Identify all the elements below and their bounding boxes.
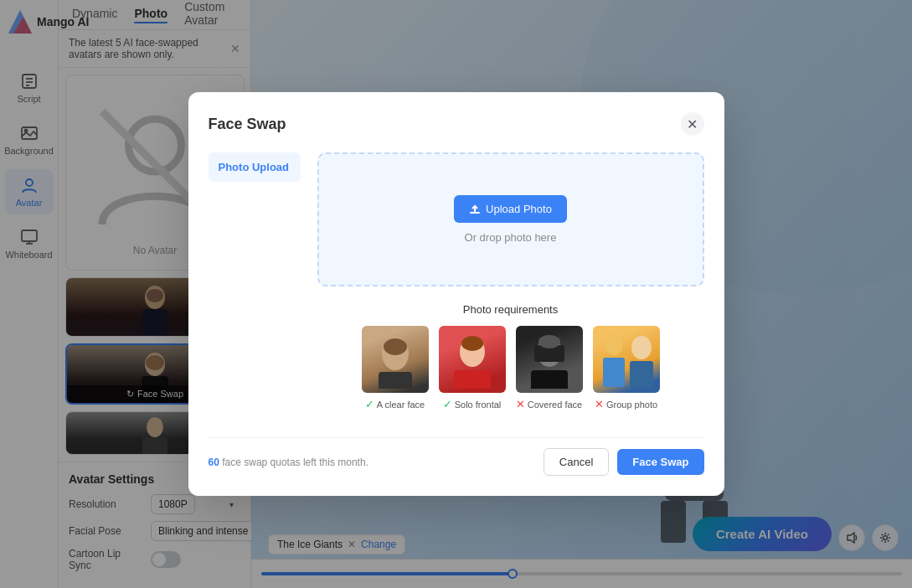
upload-btn-label: Upload Photo xyxy=(486,203,552,215)
photo-req-grid: ✓ A clear face xyxy=(317,326,704,410)
upload-hint: Or drop photo here xyxy=(465,231,557,244)
svg-point-38 xyxy=(538,335,560,348)
modal-tab-photo-upload[interactable]: Photo Upload xyxy=(209,152,301,182)
svg-rect-41 xyxy=(603,358,625,387)
face-swap-modal: Face Swap ✕ Photo Upload Upload Pho xyxy=(188,92,724,496)
svg-point-40 xyxy=(605,333,623,355)
modal-overlay: Face Swap ✕ Photo Upload Upload Pho xyxy=(0,0,912,588)
req-label-solo-frontal: ✓ Solo frontal xyxy=(443,398,502,410)
modal-close-button[interactable]: ✕ xyxy=(681,112,704,136)
req-label-group-photo: ✕ Group photo xyxy=(595,398,657,410)
modal-header: Face Swap ✕ xyxy=(209,112,704,136)
faceswap-confirm-button[interactable]: Face Swap xyxy=(617,449,703,475)
quota-number: 60 xyxy=(209,456,219,468)
req-label-clear-face: ✓ A clear face xyxy=(365,398,425,410)
svg-rect-32 xyxy=(379,372,412,389)
req-img-clear-face xyxy=(362,326,429,393)
req-item-clear-face: ✓ A clear face xyxy=(362,326,429,410)
upload-photo-button[interactable]: Upload Photo xyxy=(454,195,567,223)
svg-point-34 xyxy=(461,336,483,351)
modal-main: Upload Photo Or drop photo here Photo re… xyxy=(317,152,704,424)
svg-rect-39 xyxy=(531,370,568,389)
req-err-icon-1: ✕ xyxy=(516,398,525,410)
svg-rect-35 xyxy=(454,370,491,389)
quota-text: 60 face swap quotas left this month. xyxy=(209,456,535,468)
modal-sidebar: Photo Upload xyxy=(209,152,301,424)
svg-rect-43 xyxy=(630,361,653,388)
modal-body: Photo Upload Upload Photo Or drop photo … xyxy=(209,152,704,424)
req-item-covered-face: ✕ Covered face xyxy=(516,326,583,410)
req-face-svg-1 xyxy=(370,330,420,389)
upload-icon xyxy=(469,204,481,215)
req-label-covered-face: ✕ Covered face xyxy=(516,398,582,410)
cancel-button[interactable]: Cancel xyxy=(544,448,609,476)
req-ok-icon-2: ✓ xyxy=(443,398,452,410)
req-item-solo-frontal: ✓ Solo frontal xyxy=(439,326,506,410)
svg-point-31 xyxy=(384,338,407,355)
req-face-svg-2 xyxy=(447,330,497,389)
req-img-group-photo xyxy=(593,326,660,393)
req-img-solo-frontal xyxy=(439,326,506,393)
photo-requirements: Photo requirements xyxy=(317,303,704,410)
modal-title: Face Swap xyxy=(209,116,286,133)
req-err-icon-2: ✕ xyxy=(595,398,604,410)
req-face-svg-3 xyxy=(524,330,575,389)
upload-area[interactable]: Upload Photo Or drop photo here xyxy=(317,152,704,286)
svg-point-42 xyxy=(631,336,652,359)
quota-text-suffix: face swap quotas left this month. xyxy=(222,456,368,468)
req-item-group-photo: ✕ Group photo xyxy=(593,326,660,410)
req-img-covered-face xyxy=(516,326,583,393)
modal-footer: 60 face swap quotas left this month. Can… xyxy=(209,437,704,476)
photo-req-title: Photo requirements xyxy=(317,303,704,316)
req-face-svg-4 xyxy=(593,326,660,393)
req-ok-icon-1: ✓ xyxy=(365,398,374,410)
